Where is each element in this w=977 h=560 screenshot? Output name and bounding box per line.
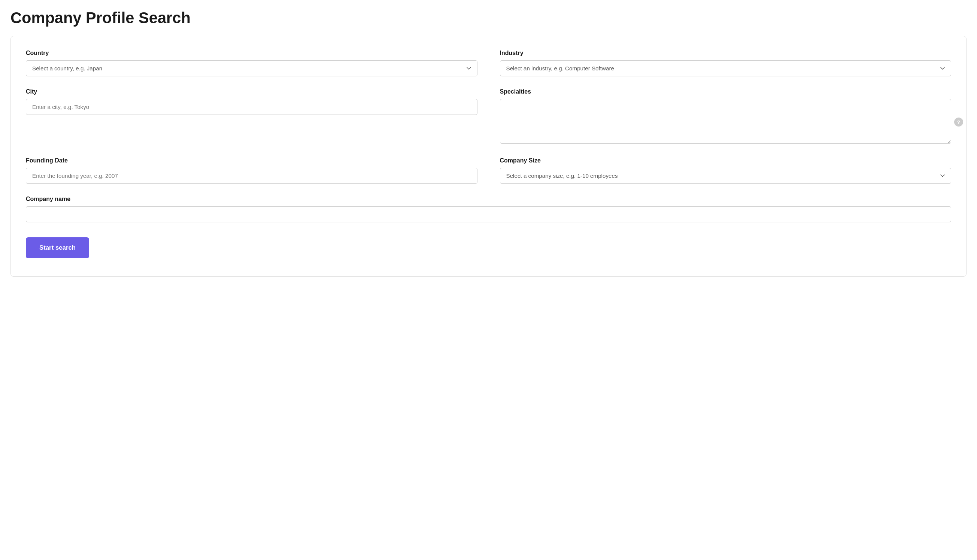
specialties-wrapper: ? (500, 99, 952, 145)
start-search-button[interactable]: Start search (26, 237, 89, 258)
founding-date-group: Founding Date (26, 157, 477, 184)
row-country-industry: Country Select a country, e.g. Japan Jap… (26, 50, 951, 77)
row-company-name: Company name (26, 196, 951, 222)
country-label: Country (26, 50, 477, 57)
industry-select[interactable]: Select an industry, e.g. Computer Softwa… (500, 60, 952, 77)
country-select[interactable]: Select a country, e.g. Japan Japan Unite… (26, 60, 477, 77)
company-size-select[interactable]: Select a company size, e.g. 1-10 employe… (500, 168, 952, 184)
company-size-label: Company Size (500, 157, 952, 164)
specialties-textarea[interactable] (500, 99, 952, 144)
founding-date-label: Founding Date (26, 157, 477, 164)
city-input[interactable] (26, 99, 477, 115)
company-size-group: Company Size Select a company size, e.g.… (500, 157, 952, 184)
city-group: City (26, 88, 477, 145)
founding-date-input[interactable] (26, 168, 477, 184)
row-founding-size: Founding Date Company Size Select a comp… (26, 157, 951, 184)
industry-label: Industry (500, 50, 952, 57)
row-city-specialties: City Specialties ? (26, 88, 951, 145)
industry-group: Industry Select an industry, e.g. Comput… (500, 50, 952, 77)
city-label: City (26, 88, 477, 95)
specialties-group: Specialties ? (500, 88, 952, 145)
specialties-help-icon[interactable]: ? (954, 118, 963, 127)
page-title: Company Profile Search (10, 9, 967, 27)
company-name-group: Company name (26, 196, 951, 222)
company-name-input[interactable] (26, 206, 951, 222)
country-group: Country Select a country, e.g. Japan Jap… (26, 50, 477, 77)
specialties-label: Specialties (500, 88, 952, 95)
search-form-card: Country Select a country, e.g. Japan Jap… (10, 36, 967, 277)
company-name-label: Company name (26, 196, 951, 203)
